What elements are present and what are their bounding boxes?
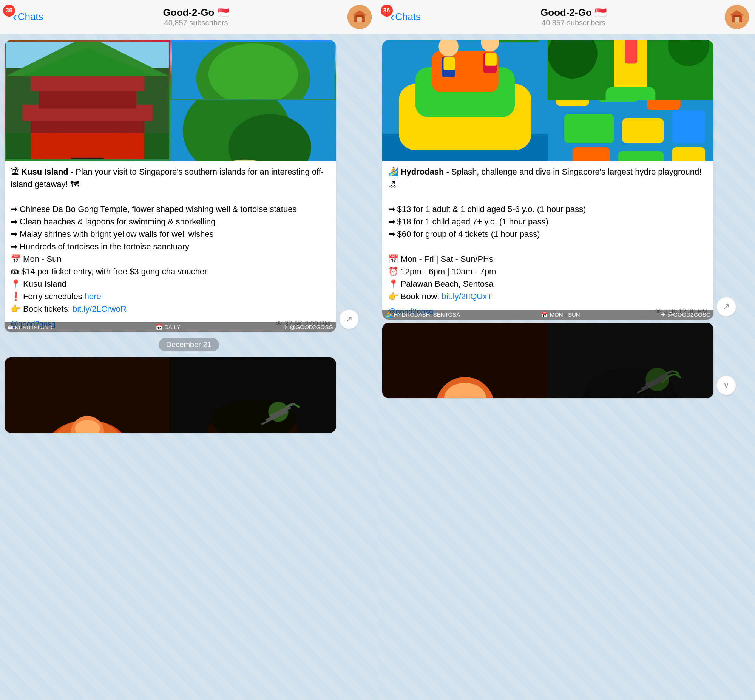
kusu-message-text: 🏝 Kusu Island - Plan your visit to Singa… [5, 161, 336, 318]
kusu-caption-center: 📅 DAILY [156, 324, 180, 331]
kusu-image-grid[interactable] [5, 40, 336, 161]
hydro-caption-center: 📅 MON - SUN [541, 311, 580, 318]
svg-rect-75 [618, 152, 664, 161]
svg-rect-10 [31, 76, 145, 91]
left-back-button[interactable]: 36 ‹ Chats [6, 10, 44, 24]
right-panel: 36 ‹ Chats Good-2-Go 🇸🇬 40,857 subscribe… [378, 0, 755, 700]
kusu-caption-left: 🏔 KUSU ISLAND [8, 324, 53, 331]
book-link-kusu[interactable]: bit.ly/2LCrwoR [73, 304, 126, 314]
left-subscriber-count: 40,857 subscribers [45, 19, 348, 27]
right-subscriber-count: 40,857 subscribers [422, 19, 725, 27]
kusu-message-bubble: 🏔 KUSU ISLAND 📅 DAILY ✈ @GOOD2GOSG 🏝 Kus… [5, 40, 336, 332]
date-divider: December 21 [5, 338, 373, 351]
right-header-center: Good-2-Go 🇸🇬 40,857 subscribers [422, 7, 725, 27]
kusu-caption-bar: 🏔 KUSU ISLAND 📅 DAILY ✈ @GOOD2GOSG [5, 322, 336, 332]
hydro-caption-right: ✈ @GOOD2GOSG [661, 311, 711, 318]
hydro-message-row: wibit [382, 40, 751, 320]
hydro-caption-left: 🏄 HYDRODASH, SENTOSA [385, 311, 460, 318]
preview-food-left [5, 357, 170, 433]
left-back-label: Chats [18, 11, 44, 23]
hydro-bottom-right-image [548, 100, 713, 161]
right-header: 36 ‹ Chats Good-2-Go 🇸🇬 40,857 subscribe… [378, 0, 755, 34]
svg-rect-70 [647, 100, 680, 110]
left-badge: 36 [3, 5, 15, 17]
svg-rect-17 [71, 158, 103, 159]
kusu-aerial-image [170, 100, 336, 161]
left-channel-title: Good-2-Go 🇸🇬 [45, 7, 348, 19]
right-bottom-preview-bubble [382, 323, 714, 398]
hydro-top-right-image [548, 40, 713, 100]
right-back-label: Chats [395, 11, 421, 23]
left-avatar[interactable] [348, 5, 372, 29]
svg-rect-71 [564, 114, 614, 143]
hydro-caption-bar: 🏄 HYDRODASH, SENTOSA 📅 MON - SUN ✈ @GOOD… [382, 310, 714, 320]
bottom-preview-bubble [5, 357, 336, 433]
svg-rect-76 [672, 147, 705, 161]
kusu-caption-right: ✈ @GOOD2GOSG [283, 324, 333, 331]
hydro-main-image: wibit [382, 40, 548, 161]
hydro-message-text: 🏄 Hydrodash - Splash, challenge and dive… [382, 161, 714, 306]
kusu-island-image [170, 40, 336, 100]
svg-rect-74 [572, 147, 610, 161]
bottom-preview-row [5, 357, 373, 433]
svg-rect-58 [443, 58, 455, 70]
svg-rect-19 [144, 133, 169, 159]
right-channel-title: Good-2-Go 🇸🇬 [422, 7, 725, 19]
right-bottom-preview-row: ∨ [382, 323, 751, 398]
right-avatar-img [725, 5, 749, 29]
left-chat-area: 🏔 KUSU ISLAND 📅 DAILY ✈ @GOOD2GOSG 🏝 Kus… [0, 34, 378, 700]
svg-rect-16 [31, 133, 145, 159]
svg-rect-72 [622, 118, 664, 143]
book-link-hydro[interactable]: bit.ly/2IIQUxT [441, 292, 492, 301]
svg-rect-73 [672, 110, 705, 143]
left-panel: 36 ‹ Chats Good-2-Go 🇸🇬 40,857 subscribe… [0, 0, 378, 700]
preview-food-right [170, 357, 336, 433]
svg-rect-69 [597, 100, 639, 102]
svg-rect-46 [735, 17, 739, 22]
right-avatar[interactable] [725, 5, 749, 29]
svg-rect-62 [606, 87, 656, 100]
hydro-message-bubble: wibit [382, 40, 714, 320]
svg-rect-59 [485, 53, 497, 66]
left-avatar-img [348, 5, 372, 29]
left-header: 36 ‹ Chats Good-2-Go 🇸🇬 40,857 subscribe… [0, 0, 378, 34]
svg-rect-9 [39, 88, 136, 109]
kusu-temple-image [5, 40, 170, 161]
right-preview-food-right [548, 323, 713, 398]
hydro-share-button[interactable]: ↗ [716, 297, 736, 317]
right-back-button[interactable]: 36 ‹ Chats [384, 10, 421, 24]
right-preview-grid [382, 323, 714, 398]
date-pill: December 21 [159, 338, 219, 351]
svg-rect-64 [625, 40, 638, 64]
svg-rect-4 [357, 17, 362, 22]
left-header-center: Good-2-Go 🇸🇬 40,857 subscribers [45, 7, 348, 27]
hydro-image-grid[interactable]: wibit [382, 40, 714, 161]
kusu-share-button[interactable]: ↗ [339, 309, 359, 329]
kusu-message-row: 🏔 KUSU ISLAND 📅 DAILY ✈ @GOOD2GOSG 🏝 Kus… [5, 40, 373, 332]
scroll-down-button[interactable]: ∨ [716, 375, 736, 395]
right-preview-food-left [382, 323, 548, 398]
preview-grid [5, 357, 336, 433]
svg-rect-68 [556, 100, 589, 106]
right-badge: 36 [381, 5, 393, 17]
ferry-link[interactable]: here [84, 292, 101, 301]
svg-rect-18 [6, 133, 31, 159]
right-chat-area: wibit [378, 34, 755, 700]
